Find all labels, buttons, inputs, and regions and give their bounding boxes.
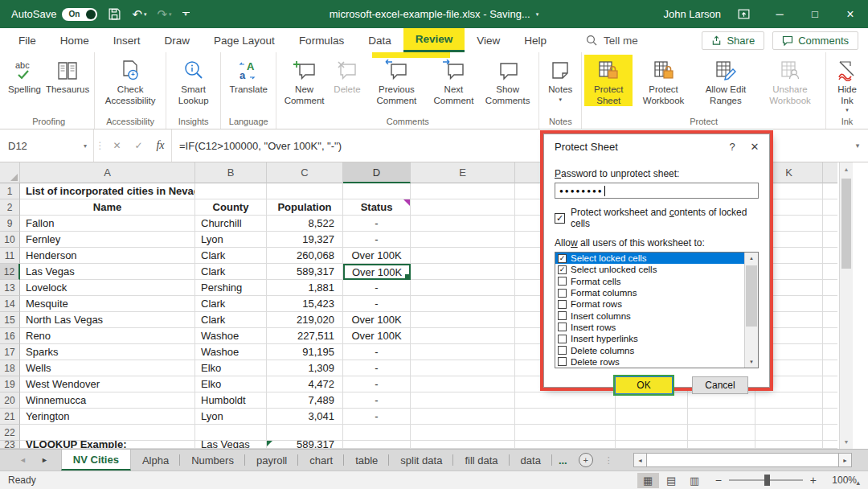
sheet-tab[interactable]: fill data [453, 450, 509, 471]
dialog-help-icon[interactable]: ? [721, 136, 743, 157]
ribbon-tab[interactable]: Draw [153, 28, 203, 52]
formula-bar-drag-handle[interactable]: ⋮ [94, 129, 106, 162]
cell[interactable] [823, 392, 837, 409]
column-header-c[interactable]: C [267, 162, 343, 183]
collapse-ribbon-icon[interactable]: ▴ [856, 479, 860, 487]
cell-city-name[interactable]: Mesquite [20, 296, 195, 312]
cell-status[interactable]: Over 100K [343, 328, 411, 344]
cell-county[interactable]: Humboldt [195, 392, 267, 409]
permission-option[interactable]: Format rows [555, 298, 745, 310]
cell-status[interactable]: - [343, 344, 411, 360]
tab-bar-splitter[interactable]: ⋮ [598, 450, 620, 471]
cell[interactable] [688, 441, 755, 449]
protect-worksheet-checkbox-row[interactable]: ✓ Protect worksheet and contents of lock… [555, 207, 759, 229]
hide-ink-button[interactable]: Hide Ink ▾ [829, 55, 866, 113]
column-header-b[interactable]: B [195, 162, 267, 183]
cell[interactable] [616, 409, 688, 425]
cell[interactable] [823, 216, 837, 232]
sheet-tab[interactable]: payroll [245, 450, 298, 471]
row-header[interactable]: 23 [0, 441, 20, 449]
cell-county[interactable]: Lyon [195, 232, 267, 248]
column-header-d[interactable]: D [343, 162, 411, 183]
cell[interactable] [515, 425, 616, 441]
cell-city-name[interactable]: Fallon [20, 216, 195, 232]
cell-status[interactable]: - [343, 232, 411, 248]
spelling-button[interactable]: abc Spelling [6, 55, 43, 96]
cell-population[interactable]: 589,317 [267, 264, 343, 280]
scroll-right-icon[interactable]: ► [838, 453, 852, 467]
name-box-caret-icon[interactable]: ▾ [77, 129, 94, 162]
cell-status[interactable]: - [343, 392, 411, 409]
cell[interactable] [616, 425, 688, 441]
cell[interactable] [616, 441, 688, 449]
ok-button[interactable]: OK [615, 376, 673, 394]
cell-status[interactable]: - [343, 296, 411, 312]
cell[interactable] [411, 183, 515, 199]
sheet-tab[interactable]: table [344, 450, 389, 471]
new-sheet-button[interactable]: + [579, 453, 593, 467]
cell-county-header[interactable]: County [195, 199, 267, 216]
ribbon-tab[interactable]: Formulas [287, 28, 356, 52]
cell[interactable] [515, 409, 616, 425]
zoom-in-button[interactable]: + [810, 474, 817, 487]
cell-status[interactable]: - [343, 409, 411, 425]
permission-option[interactable]: Insert columns [555, 310, 745, 321]
cell-county[interactable]: Washoe [195, 328, 267, 344]
row-header[interactable]: 16 [0, 328, 20, 344]
protect-sheet-button[interactable]: Protect Sheet [584, 55, 633, 106]
title-caret-icon[interactable]: ▾ [536, 11, 539, 18]
cell[interactable] [411, 312, 515, 328]
sheet-tab[interactable]: Alpha [131, 450, 180, 471]
cell[interactable] [411, 344, 515, 360]
cell-city-name[interactable]: Fernley [20, 232, 195, 248]
tell-me-search[interactable]: Tell me [586, 28, 638, 52]
permission-option[interactable]: Format columns [555, 287, 745, 298]
option-checkbox[interactable]: ✓ [558, 254, 567, 263]
cell[interactable] [411, 392, 515, 409]
cell[interactable] [411, 199, 515, 216]
cell-status[interactable]: Over 100K [343, 312, 411, 328]
cell-status[interactable]: Over 100K [343, 248, 411, 264]
cell[interactable] [688, 392, 755, 409]
row-header[interactable]: 19 [0, 376, 20, 392]
autosave-switch[interactable]: On [62, 8, 97, 21]
cell-population[interactable]: 8,522 [267, 216, 343, 232]
password-input[interactable]: ●●●●●●●● [555, 183, 759, 199]
column-header-partial[interactable] [823, 162, 837, 183]
cell-status[interactable]: - [343, 216, 411, 232]
cell[interactable] [343, 183, 411, 199]
permission-option[interactable]: Format cells [555, 276, 745, 287]
sheet-tab[interactable]: split data [389, 450, 453, 471]
cell[interactable]: Las Vegas [195, 441, 267, 449]
row-header[interactable]: 17 [0, 344, 20, 360]
scroll-down-icon[interactable]: ▼ [840, 435, 853, 449]
option-checkbox[interactable] [558, 300, 567, 309]
cell-population[interactable]: 3,041 [267, 409, 343, 425]
cell-city-name[interactable]: Henderson [20, 248, 195, 264]
cell-population[interactable] [267, 425, 343, 441]
option-checkbox[interactable] [558, 311, 567, 320]
ribbon-tab[interactable]: View [465, 28, 512, 52]
cell-population[interactable]: 260,068 [267, 248, 343, 264]
row-header[interactable]: 12 [0, 264, 20, 280]
row-header[interactable]: 13 [0, 280, 20, 296]
row-header[interactable]: 9 [0, 216, 20, 232]
cell[interactable] [823, 248, 837, 264]
cell[interactable] [411, 296, 515, 312]
cell[interactable] [823, 409, 837, 425]
sheet-tab[interactable]: chart [298, 450, 344, 471]
enter-formula-icon[interactable]: ✓ [128, 140, 149, 151]
row-header[interactable]: 2 [0, 199, 20, 216]
cell-status[interactable]: Over 100K [343, 264, 411, 280]
cell-city-name[interactable]: Las Vegas [20, 264, 195, 280]
zoom-slider[interactable] [729, 479, 803, 481]
protect-workbook-button[interactable]: Protect Workbook [633, 55, 694, 106]
cell-status[interactable]: - [343, 376, 411, 392]
expand-formula-bar-icon[interactable]: ▾ [847, 129, 868, 162]
cell[interactable] [688, 409, 755, 425]
cell-status-header[interactable]: Status [343, 199, 411, 216]
undo-button[interactable]: ↶▾ [132, 7, 146, 22]
option-checkbox[interactable]: ✓ [558, 265, 567, 274]
minimize-button[interactable]: ─ [762, 0, 797, 28]
check-accessibility-button[interactable]: Check Accessibility [97, 55, 163, 106]
